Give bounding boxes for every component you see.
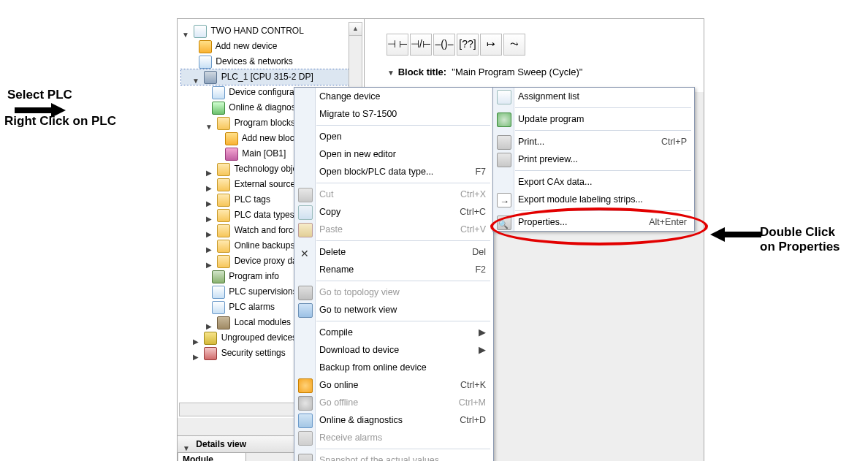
chevron-right-icon xyxy=(205,211,213,220)
menu-assignment-list[interactable]: Assignment list xyxy=(493,88,694,105)
alarm-icon xyxy=(212,301,225,314)
chevron-down-icon xyxy=(182,441,191,449)
tree-label: Main [OB1] xyxy=(242,148,286,159)
tool-coil[interactable]: –()– xyxy=(433,34,455,56)
editor-pane: ⊣ ⊢ ⊣/⊢ –()– [??] ↦ ⤳ Block title: "Main… xyxy=(365,19,704,92)
chevron-right-icon xyxy=(191,349,200,358)
menu-migrate[interactable]: Migrate to S7-1500 xyxy=(294,105,493,123)
chevron-right-icon xyxy=(205,226,213,235)
tree-label: Ungrouped devices xyxy=(221,332,297,343)
print-preview-icon xyxy=(497,153,511,167)
editor-toolbar: ⊣ ⊢ ⊣/⊢ –()– [??] ↦ ⤳ xyxy=(387,34,525,56)
menu-go-online[interactable]: Go onlineCtrl+K xyxy=(294,376,493,394)
menu-open-new-editor[interactable]: Open in new editor xyxy=(294,145,493,163)
go-offline-icon xyxy=(298,396,313,411)
details-view-label: Details view xyxy=(196,439,246,449)
update-icon xyxy=(497,113,511,127)
tool-neg-contact[interactable]: ⊣/⊢ xyxy=(410,34,432,56)
supervision-icon xyxy=(212,286,225,299)
chevron-right-icon xyxy=(205,180,213,189)
paste-icon xyxy=(298,223,313,237)
print-icon xyxy=(497,135,511,150)
chevron-right-icon xyxy=(205,319,213,327)
alarm-icon xyxy=(298,431,313,446)
menu-properties[interactable]: Properties...Alt+Enter xyxy=(493,213,694,231)
folder-icon xyxy=(217,194,230,207)
network-icon xyxy=(199,56,212,69)
menu-compile[interactable]: Compile▶ xyxy=(294,324,493,341)
arrow-icon xyxy=(710,228,761,241)
tree-devices-networks[interactable]: Devices & networks xyxy=(181,54,349,69)
menu-snapshot: Snapshot of the actual values xyxy=(294,452,493,461)
tree-project-root[interactable]: TWO HAND CONTROL xyxy=(181,23,349,39)
folder-icon xyxy=(217,209,230,222)
module-tab[interactable]: Module xyxy=(178,452,246,461)
chevron-right-icon xyxy=(205,165,213,174)
menu-export-cax[interactable]: Export CAx data... xyxy=(493,173,694,191)
tool-branch2[interactable]: ⤳ xyxy=(503,34,525,56)
folder-icon xyxy=(217,240,230,253)
menu-network-view[interactable]: Go to network view xyxy=(294,301,493,319)
menu-update-program[interactable]: Update program xyxy=(493,110,694,128)
menu-rename[interactable]: RenameF2 xyxy=(294,261,493,278)
local-modules-icon xyxy=(217,316,230,329)
tool-branch[interactable]: ↦ xyxy=(480,34,502,56)
tree-label: PLC alarms xyxy=(229,302,275,312)
chevron-down-icon[interactable] xyxy=(387,69,395,77)
menu-export-labels[interactable]: Export module labeling strips... xyxy=(493,191,694,208)
copy-icon xyxy=(298,205,313,220)
menu-backup[interactable]: Backup from online device xyxy=(294,359,493,376)
tool-box[interactable]: [??] xyxy=(457,34,479,56)
tree-add-device[interactable]: Add new device xyxy=(181,39,349,54)
menu-open-block[interactable]: Open block/PLC data type...F7 xyxy=(294,163,493,180)
chevron-right-icon xyxy=(205,196,213,205)
list-icon xyxy=(497,90,511,104)
annotation-double-click: Double Click on Properties xyxy=(760,225,840,254)
chevron-down-icon xyxy=(205,119,213,128)
menu-print[interactable]: Print...Ctrl+P xyxy=(493,133,694,151)
scroll-up-button[interactable]: ▲ xyxy=(349,23,362,36)
security-icon xyxy=(204,347,217,360)
menu-topology-view: Go to topology view xyxy=(294,283,493,301)
menu-change-device[interactable]: Change device xyxy=(294,88,493,105)
folder-icon xyxy=(217,163,230,176)
chevron-right-icon xyxy=(205,257,213,266)
properties-icon xyxy=(497,216,511,230)
tree-label: TWO HAND CONTROL xyxy=(210,26,303,36)
folder-icon xyxy=(217,117,230,130)
menu-receive-alarms: Receive alarms xyxy=(294,429,493,446)
chevron-down-icon xyxy=(191,73,200,82)
add-device-icon xyxy=(199,40,212,53)
go-online-icon xyxy=(298,378,313,393)
tree-label: PLC tags xyxy=(235,194,270,205)
tree-plc[interactable]: PLC_1 [CPU 315-2 DP] xyxy=(181,69,349,85)
tree-label: PLC data types xyxy=(235,210,294,220)
folder-icon xyxy=(217,255,230,268)
diagnostics-icon xyxy=(298,414,313,428)
cut-icon xyxy=(298,188,313,202)
menu-delete[interactable]: DeleteDel xyxy=(294,243,493,261)
online-diag-icon xyxy=(212,102,225,115)
add-block-icon xyxy=(225,132,238,145)
tool-contact[interactable]: ⊣ ⊢ xyxy=(387,34,408,56)
menu-download[interactable]: Download to device▶ xyxy=(294,341,493,359)
tree-label: Add new block xyxy=(242,133,299,143)
tree-label: PLC supervisions xyxy=(229,286,297,297)
ungrouped-icon xyxy=(204,332,217,345)
menu-online-diag[interactable]: Online & diagnosticsCtrl+D xyxy=(294,411,493,429)
tree-label: Local modules xyxy=(235,317,291,327)
snapshot-icon xyxy=(298,454,313,461)
topology-icon xyxy=(298,286,313,300)
menu-open[interactable]: Open xyxy=(294,128,493,145)
export-icon xyxy=(497,193,511,207)
tree-label: PLC_1 [CPU 315-2 DP] xyxy=(221,72,313,82)
chevron-right-icon xyxy=(205,242,213,251)
menu-print-preview[interactable]: Print preview... xyxy=(493,151,694,168)
device-config-icon xyxy=(212,86,225,99)
block-title-row: Block title: "Main Program Sweep (Cycle)… xyxy=(387,66,582,77)
menu-go-offline: Go offlineCtrl+M xyxy=(294,394,493,411)
delete-icon xyxy=(298,245,311,259)
menu-copy[interactable]: CopyCtrl+C xyxy=(294,203,493,221)
tree-label: Add new device xyxy=(216,41,278,51)
context-menu-right: Assignment list Update program Print...C… xyxy=(492,87,695,232)
